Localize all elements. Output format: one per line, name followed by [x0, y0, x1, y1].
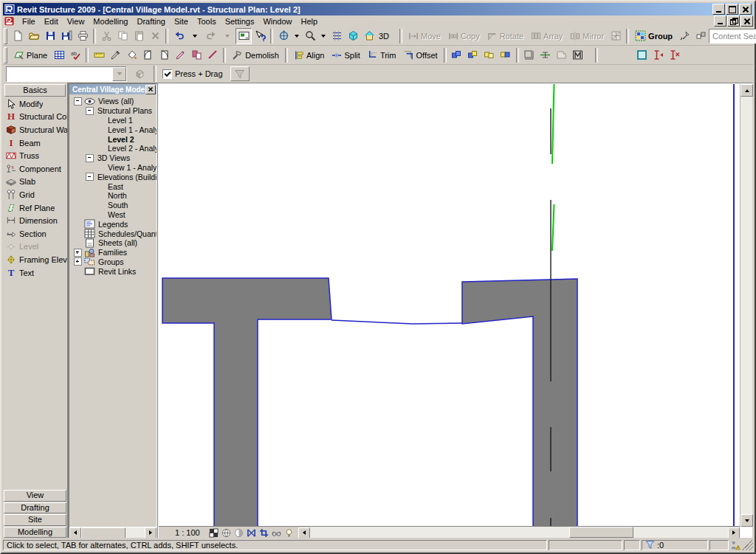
mdi-minimize-button[interactable] — [714, 15, 726, 27]
whats-this-button[interactable] — [252, 28, 268, 44]
scroll-right-button[interactable] — [145, 527, 157, 539]
type-selector-dropdown[interactable] — [112, 67, 126, 81]
shadows-button[interactable] — [233, 527, 245, 539]
view-pane-button[interactable] — [634, 47, 650, 63]
designbar-item-truss[interactable]: Truss — [3, 149, 67, 162]
tree-item-level-2[interactable]: Level 2 — [69, 134, 157, 144]
menu-edit[interactable]: Edit — [40, 16, 63, 27]
status-filter-panel[interactable]: :0 — [642, 540, 708, 550]
delete-button[interactable] — [147, 28, 163, 44]
collapse-icon[interactable] — [86, 173, 94, 181]
split-button[interactable]: Split — [328, 47, 363, 63]
zoom-in-button[interactable] — [292, 28, 302, 44]
menu-site[interactable]: Site — [170, 16, 193, 27]
beam-system-delete-button[interactable] — [667, 47, 683, 63]
dynamic-view-button[interactable] — [275, 28, 292, 44]
redo-dropdown[interactable] — [219, 28, 236, 44]
array-button[interactable]: Array — [527, 28, 566, 44]
menu-help[interactable]: Help — [297, 16, 323, 27]
pin-button[interactable] — [676, 28, 693, 44]
project-browser-titlebar[interactable]: Central Village Model... — [69, 84, 157, 94]
expand-icon[interactable] — [74, 249, 82, 257]
tree-item-west[interactable]: West — [69, 210, 157, 220]
menu-file[interactable]: File — [18, 16, 40, 27]
designbar-item-grid[interactable]: Grid — [3, 188, 67, 201]
expand-icon[interactable] — [74, 257, 82, 266]
collapse-icon[interactable] — [86, 154, 94, 162]
camera-3d-button[interactable] — [361, 28, 377, 44]
tree-item-revit-links[interactable]: Revit Links — [69, 266, 157, 276]
tree-item-structural-plans[interactable]: Structural Plans — [69, 106, 157, 116]
tree-item-sheets[interactable]: Sheets (all) — [69, 238, 157, 248]
properties-button[interactable] — [131, 66, 148, 82]
cut-geometry-button[interactable] — [140, 47, 156, 63]
mirror-button[interactable]: Mirror — [566, 28, 608, 44]
designbar-item-component[interactable]: xComponent — [3, 162, 67, 176]
undo-dropdown[interactable] — [187, 28, 203, 44]
toolbar-grip[interactable] — [4, 28, 7, 44]
cope-button[interactable] — [554, 47, 570, 63]
tree-item-view-1-analytical[interactable]: View 1 - Analyti — [69, 163, 157, 173]
tree-item-elevations[interactable]: Elevations (Building — [69, 172, 157, 181]
canvas-scroll-right-button[interactable] — [728, 527, 740, 539]
designbar-item-modify[interactable]: Modify — [3, 97, 67, 111]
press-drag-checkbox[interactable] — [162, 69, 172, 79]
designbar-item-structural-wall[interactable]: Structural Wall — [3, 123, 67, 136]
linework-button[interactable] — [205, 47, 221, 63]
corner-button[interactable] — [608, 28, 624, 44]
designbar-item-beam[interactable]: IBeam — [3, 136, 67, 150]
menu-drafting[interactable]: Drafting — [132, 16, 170, 27]
canvas-hscrollbar[interactable] — [310, 527, 728, 539]
designbar-item-section[interactable]: Section — [3, 227, 67, 240]
maximize-button[interactable] — [726, 4, 738, 15]
paint-bucket-button[interactable] — [123, 47, 140, 63]
scroll-thumb[interactable] — [81, 527, 126, 539]
collapse-icon[interactable] — [74, 97, 82, 105]
tree-item-east[interactable]: East — [69, 181, 157, 191]
canvas-vscrollbar[interactable] — [740, 84, 752, 527]
join-roof-button[interactable] — [449, 47, 465, 63]
tab-drafting[interactable]: Drafting — [4, 502, 66, 514]
detach-wall-button[interactable] — [481, 47, 498, 63]
design-options-button[interactable] — [236, 28, 252, 44]
attach-wall-button[interactable] — [465, 47, 481, 63]
demolish-button[interactable]: Demolish — [228, 47, 283, 63]
scroll-up-button[interactable] — [740, 84, 753, 97]
wall-join-button[interactable] — [521, 47, 537, 63]
canvas-scroll-left-button[interactable] — [298, 527, 310, 539]
tree-item-north[interactable]: North — [69, 191, 157, 201]
tree-item-schedules[interactable]: Schedules/Quantitie — [69, 229, 157, 238]
menu-window[interactable]: Window — [258, 16, 296, 27]
tape-measure-button[interactable] — [91, 47, 107, 63]
review-warnings-icon[interactable] — [730, 540, 741, 550]
canvas-scroll-thumb[interactable] — [569, 527, 633, 538]
graphics-style-button[interactable] — [220, 527, 233, 539]
designbar-item-level[interactable]: Level — [3, 240, 67, 254]
copy-clipboard-button[interactable] — [114, 28, 131, 44]
spelling-button[interactable]: ab — [67, 47, 83, 63]
tree-item-groups[interactable]: Groups — [69, 257, 157, 267]
save-button[interactable] — [42, 28, 58, 44]
hide-isolate-button[interactable] — [270, 527, 283, 539]
menu-settings[interactable]: Settings — [221, 16, 259, 27]
type-selector[interactable] — [6, 66, 127, 82]
copy-button[interactable]: Copy — [444, 28, 484, 44]
match-type-button[interactable] — [188, 47, 205, 63]
beam-system-button[interactable] — [650, 47, 667, 63]
crop-view-button[interactable] — [245, 527, 258, 539]
detail-level-button[interactable] — [207, 527, 220, 539]
cut-button[interactable] — [98, 28, 114, 44]
zoom-dropdown[interactable] — [318, 28, 329, 44]
wall-right[interactable] — [462, 279, 577, 527]
tree-item-level-1-analytical[interactable]: Level 1 - Analyt — [69, 125, 157, 134]
join-geometry-button[interactable] — [156, 47, 172, 63]
span-direction-button[interactable] — [570, 47, 586, 63]
minimize-button[interactable] — [712, 4, 725, 15]
close-button[interactable] — [739, 4, 752, 15]
undo-button[interactable] — [171, 28, 187, 44]
menu-modelling[interactable]: Modelling — [89, 16, 132, 27]
analytical-column-green[interactable] — [552, 84, 554, 251]
tree-item-families[interactable]: Families — [69, 248, 157, 257]
beam-join-button[interactable] — [537, 47, 554, 63]
wall-left-t[interactable] — [162, 278, 331, 527]
